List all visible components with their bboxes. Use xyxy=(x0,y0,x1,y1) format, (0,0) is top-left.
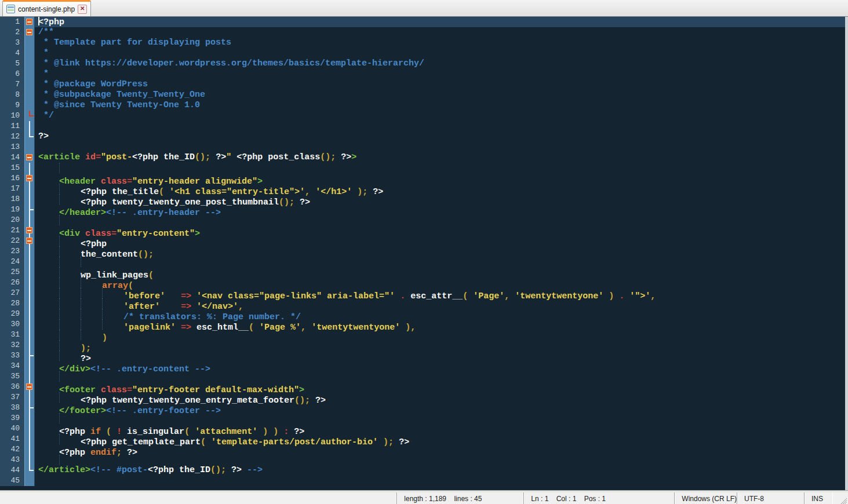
code-line[interactable]: <?php get_template_part( 'template-parts… xyxy=(35,434,848,444)
editor[interactable]: 1<?php2/**3 * Template part for displayi… xyxy=(0,17,848,490)
indent-guide xyxy=(38,277,59,288)
code-row: 44</article><!-- #post-<?php the_ID(); ?… xyxy=(0,465,848,476)
indent-guide xyxy=(38,163,59,173)
code-row: 34</div><!-- .entry-content --> xyxy=(0,361,848,371)
indent-guide xyxy=(59,277,81,288)
fold-end-tick xyxy=(29,407,34,408)
code-line[interactable]: * @subpackage Twenty_Twenty_One xyxy=(35,90,848,100)
code-token: * @since Twenty Twenty-One 1.0 xyxy=(38,100,200,110)
code-line[interactable]: <?php xyxy=(35,17,848,27)
fold-toggle-icon[interactable] xyxy=(26,175,32,181)
status-encoding[interactable]: UTF-8 xyxy=(737,492,804,504)
vertical-scrollbar[interactable] xyxy=(845,17,848,490)
code-token: ?> xyxy=(336,152,351,162)
code-line[interactable]: <header class="entry-header alignwide"> xyxy=(35,173,848,184)
indent-guide xyxy=(38,288,59,298)
code-line[interactable]: /* translators: %: Page number. */ xyxy=(35,309,848,319)
tab-label: content-single.php xyxy=(18,5,75,13)
code-line[interactable]: */ xyxy=(35,111,848,121)
code-token: <?php xyxy=(231,152,268,162)
code-line[interactable]: ?> xyxy=(35,132,848,142)
code-line[interactable]: * @since Twenty Twenty-One 1.0 xyxy=(35,100,848,111)
code-line[interactable] xyxy=(35,215,848,225)
code-token: the_ID xyxy=(179,465,210,475)
code-row: 10 */ xyxy=(0,111,848,121)
indent-guide xyxy=(38,403,59,413)
code-line[interactable] xyxy=(35,257,848,267)
code-line[interactable]: 'pagelink' => esc_html__( 'Page %', 'twe… xyxy=(35,319,848,330)
code-line[interactable]: </footer><!-- .entry-footer --> xyxy=(35,403,848,413)
line-number: 29 xyxy=(0,309,24,319)
code-line[interactable]: <div class="entry-content"> xyxy=(35,225,848,236)
line-number: 30 xyxy=(0,319,24,330)
code-line[interactable]: <?php twenty_twenty_one_post_thumbnail()… xyxy=(35,194,848,204)
code-line[interactable] xyxy=(35,476,848,486)
code-line[interactable]: <?php endif; ?> xyxy=(35,444,848,455)
indent-guide xyxy=(38,194,59,204)
code-line[interactable]: /** xyxy=(35,27,848,38)
code-line[interactable]: <?php xyxy=(35,236,848,246)
code-row: 35 xyxy=(0,371,848,382)
code-line[interactable]: ) xyxy=(35,330,848,340)
fold-toggle-icon[interactable] xyxy=(26,227,32,233)
code-line[interactable]: </header><!-- .entry-header --> xyxy=(35,204,848,215)
indent-guide xyxy=(59,413,81,423)
code-line[interactable]: the_content(); xyxy=(35,246,848,257)
code-line[interactable]: 'before' => '<nav class="page-links" ari… xyxy=(35,288,848,298)
code-line[interactable]: wp_link_pages( xyxy=(35,267,848,277)
fold-toggle-icon[interactable] xyxy=(26,384,32,390)
code-line[interactable]: * xyxy=(35,69,848,79)
file-icon xyxy=(6,5,15,13)
indent-guide xyxy=(59,236,81,246)
code-line[interactable]: array( xyxy=(35,277,848,288)
indent-guide xyxy=(59,371,81,382)
fold-toggle-icon[interactable] xyxy=(26,19,32,25)
tab-content-single-php[interactable]: content-single.php ✕ xyxy=(2,0,91,16)
fold-toggle-icon[interactable] xyxy=(26,154,32,160)
status-eol-format[interactable]: Windows (CR LF) xyxy=(674,492,737,504)
code-row: 23the_content(); xyxy=(0,246,848,257)
code-line[interactable]: ); xyxy=(35,340,848,350)
fold-margin xyxy=(24,319,35,330)
fold-toggle-icon[interactable] xyxy=(26,238,32,244)
code-line[interactable] xyxy=(35,142,848,152)
fold-end-tick xyxy=(29,209,34,210)
code-line[interactable] xyxy=(35,371,848,382)
fold-line xyxy=(29,340,30,350)
code-line[interactable]: <footer class="entry-footer default-max-… xyxy=(35,382,848,392)
code-line[interactable] xyxy=(35,413,848,423)
code-line[interactable] xyxy=(35,455,848,465)
code-line[interactable] xyxy=(35,163,848,173)
code-line[interactable]: <?php if ( ! is_singular( 'attachment' )… xyxy=(35,423,848,434)
line-number: 18 xyxy=(0,194,24,204)
code-line[interactable]: * Template part for displaying posts xyxy=(35,38,848,48)
status-insert-mode[interactable]: INS xyxy=(804,492,832,504)
indent-guide xyxy=(81,257,102,267)
fold-line xyxy=(29,309,30,319)
line-number: 38 xyxy=(0,403,24,413)
code-line[interactable]: * xyxy=(35,48,848,59)
indent-guide xyxy=(59,350,81,361)
code-token: "post- xyxy=(101,152,132,162)
code-line[interactable] xyxy=(35,121,848,132)
code-line[interactable]: <?php the_title( '<h1 class="entry-title… xyxy=(35,184,848,194)
tab-close-icon[interactable]: ✕ xyxy=(78,5,87,14)
fold-margin xyxy=(24,476,35,486)
code-line[interactable]: * @link https://developer.wordpress.org/… xyxy=(35,59,848,69)
fold-line xyxy=(29,455,30,465)
line-number: 16 xyxy=(0,173,24,184)
code-line[interactable]: <?php twenty_twenty_one_entry_meta_foote… xyxy=(35,392,848,403)
code-token: * xyxy=(38,48,49,58)
code-line[interactable]: * @package WordPress xyxy=(35,79,848,90)
code-line[interactable]: 'after' => '</nav>', xyxy=(35,298,848,309)
code-line[interactable]: </article><!-- #post-<?php the_ID(); ?> … xyxy=(35,465,848,476)
fold-margin xyxy=(24,236,35,246)
code-line[interactable]: <article id="post-<?php the_ID(); ?>" <?… xyxy=(35,152,848,163)
code-token: * @link https://developer.wordpress.org/… xyxy=(38,59,424,68)
fold-toggle-icon[interactable] xyxy=(26,29,32,35)
code-line[interactable]: ?> xyxy=(35,350,848,361)
indent-guide xyxy=(102,288,123,298)
code-row: 5 * @link https://developer.wordpress.or… xyxy=(0,59,848,69)
resize-grip[interactable] xyxy=(832,492,848,504)
code-line[interactable]: </div><!-- .entry-content --> xyxy=(35,361,848,371)
